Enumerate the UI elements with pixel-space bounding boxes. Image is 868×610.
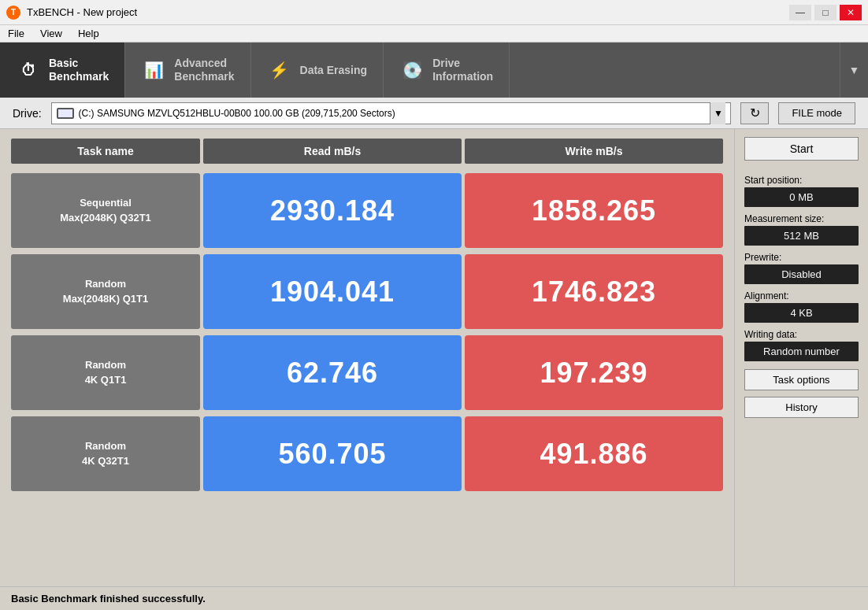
task-name-1: RandomMax(2048K) Q1T1 [11,254,200,329]
writing-data-label: Writing data: [744,329,859,340]
close-button[interactable]: ✕ [840,5,862,20]
basic-benchmark-icon: ⏱ [16,57,41,83]
task-name-3: Random4K Q32T1 [11,416,200,491]
window-title: TxBENCH - New project [27,6,789,18]
table-header: Task name Read mB/s Write mB/s [11,139,723,164]
write-value-1: 1746.823 [465,254,723,329]
menu-view[interactable]: View [37,26,65,41]
drive-dropdown-arrow[interactable]: ▼ [710,102,725,124]
toolbar-chevron[interactable]: ▼ [840,43,868,98]
col-task-name: Task name [11,139,200,164]
measurement-size-label: Measurement size: [744,213,859,224]
table-row: RandomMax(2048K) Q1T1 1904.041 1746.823 [11,254,723,329]
data-erasing-label: Data Erasing [300,64,368,77]
advanced-benchmark-label: AdvancedBenchmark [174,57,234,83]
drive-selector[interactable]: (C:) SAMSUNG MZVLQ512HBLU-00B00 100.00 G… [51,102,732,124]
drive-information-label: DriveInformation [432,57,493,83]
basic-benchmark-label: BasicBenchmark [49,57,109,83]
write-value-0: 1858.265 [465,173,723,248]
task-name-2: Random4K Q1T1 [11,335,200,410]
window-controls: — □ ✕ [789,5,862,20]
right-panel: Start Start position: 0 MB Measurement s… [734,129,868,586]
status-bar: Basic Benchmark finished successfully. [0,586,868,610]
app-icon: T [6,6,20,20]
menu-bar: File View Help [0,25,868,43]
drive-text: (C:) SAMSUNG MZVLQ512HBLU-00B00 100.00 G… [79,108,710,119]
table-row: Random4K Q1T1 62.746 197.239 [11,335,723,410]
toolbar: ⏱ BasicBenchmark 📊 AdvancedBenchmark ⚡ D… [0,43,868,98]
write-value-3: 491.886 [465,416,723,491]
tab-basic-benchmark[interactable]: ⏱ BasicBenchmark [0,43,125,98]
tab-drive-information[interactable]: 💽 DriveInformation [384,43,510,98]
start-position-label: Start position: [744,175,859,186]
start-position-value: 0 MB [744,187,859,207]
col-read: Read mB/s [203,139,462,164]
title-bar: T TxBENCH - New project — □ ✕ [0,0,868,25]
minimize-button[interactable]: — [789,5,811,20]
read-value-2: 62.746 [203,335,462,410]
drive-bar: Drive: (C:) SAMSUNG MZVLQ512HBLU-00B00 1… [0,98,868,129]
alignment-label: Alignment: [744,290,859,301]
task-options-button[interactable]: Task options [744,369,859,390]
status-text: Basic Benchmark finished successfully. [11,593,206,604]
drive-label: Drive: [13,107,42,120]
start-button[interactable]: Start [744,137,859,161]
prewrite-label: Prewrite: [744,252,859,263]
alignment-value: 4 KB [744,303,859,323]
col-write: Write mB/s [465,139,723,164]
read-value-1: 1904.041 [203,254,462,329]
maximize-button[interactable]: □ [814,5,836,20]
menu-help[interactable]: Help [75,26,102,41]
write-value-2: 197.239 [465,335,723,410]
writing-data-value: Random number [744,342,859,361]
measurement-size-value: 512 MB [744,226,859,246]
table-row: SequentialMax(2048K) Q32T1 2930.184 1858… [11,173,723,248]
prewrite-value: Disabled [744,264,859,284]
read-value-3: 560.705 [203,416,462,491]
tab-data-erasing[interactable]: ⚡ Data Erasing [251,43,384,98]
task-name-0: SequentialMax(2048K) Q32T1 [11,173,200,248]
read-value-0: 2930.184 [203,173,462,248]
menu-file[interactable]: File [5,26,28,41]
table-row: Random4K Q32T1 560.705 491.886 [11,416,723,491]
advanced-benchmark-icon: 📊 [141,57,166,83]
drive-refresh-button[interactable]: ↻ [740,102,769,124]
drive-information-icon: 💽 [399,57,425,83]
main-content: Task name Read mB/s Write mB/s Sequentia… [0,129,868,586]
history-button[interactable]: History [744,397,859,418]
tab-advanced-benchmark[interactable]: 📊 AdvancedBenchmark [125,43,250,98]
data-erasing-icon: ⚡ [267,57,292,83]
file-mode-button[interactable]: FILE mode [778,102,855,124]
benchmark-area: Task name Read mB/s Write mB/s Sequentia… [0,129,734,586]
